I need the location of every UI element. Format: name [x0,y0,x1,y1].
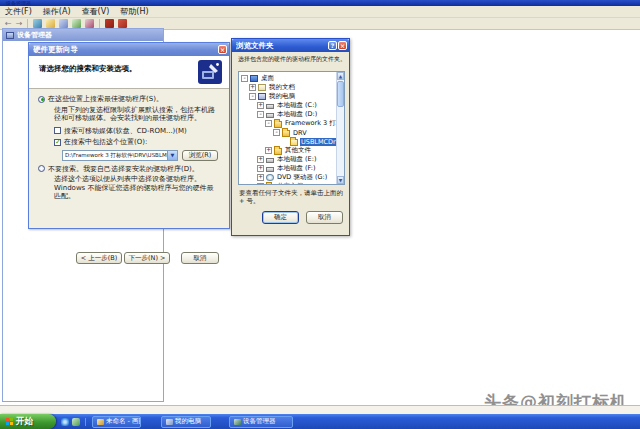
wizard-button-row: < 上一步(B) 下一步(N) > 取消 [29,252,219,264]
wizard-header-text: 请选择您的搜索和安装选项。 [39,64,137,74]
tree-item-dvd-drive[interactable]: + DVD 驱动器 (G:) [239,173,336,182]
expander-icon[interactable]: - [265,120,272,127]
expander-icon[interactable]: + [257,183,264,184]
back-button[interactable]: < 上一步(B) [76,252,122,264]
scroll-down-icon[interactable]: ▼ [337,176,344,184]
browse-button-row: 确定 取消 [262,211,343,224]
help-button[interactable]: ? [328,41,337,50]
expander-icon[interactable]: + [249,84,256,91]
menu-view[interactable]: 查看(V) [82,6,110,17]
tree-item-drive-d[interactable]: - 本地磁盘 (D:) [239,110,336,119]
radio-on-icon[interactable] [38,96,45,103]
browse-for-folder-dialog: 浏览文件夹 ? × 选择包含您的硬件的驱动程序的文件夹。 - 桌面 + 我的文档… [231,38,350,236]
menu-action[interactable]: 操作(A) [43,6,71,17]
taskbar-button-my-computer[interactable]: 我的电脑 [161,416,211,428]
folder-tree: - 桌面 + 我的文档 - 我的电脑 + 本地磁盘 (C:) [238,71,345,185]
tree-item-other-folder[interactable]: + 其他文件 [239,146,336,155]
radio-manual-label: 不要搜索。我要自己选择要安装的驱动程序(D)。 [48,165,199,174]
tree-item-drive-c[interactable]: + 本地磁盘 (C:) [239,101,336,110]
tree-scrollbar[interactable]: ▲ ▼ [336,72,344,184]
windows-flag-icon [6,418,13,425]
desktop: 设备管理器 文件(F) 操作(A) 查看(V) 帮助(H) ← → 设备管理器 … [0,0,640,429]
toolbar-separator [99,19,100,28]
tree-item-desktop[interactable]: - 桌面 [239,74,336,83]
tree-item-drv-folder[interactable]: - DRV [239,128,336,137]
checkbox-removable-label: 搜索可移动媒体(软盘、CD-ROM...)(M) [64,127,187,136]
tree-item-my-documents[interactable]: + 我的文档 [239,83,336,92]
cancel-button[interactable]: 取消 [181,252,219,264]
radio-search-locations[interactable]: 在这些位置上搜索最佳驱动程序(S)。 [38,95,220,104]
help-icon[interactable] [59,19,68,28]
cd-drive-icon [266,174,274,181]
taskbar-button-device-manager[interactable]: 设备管理器 [229,416,293,428]
expander-icon[interactable]: + [257,156,264,163]
expander-icon[interactable]: + [265,147,272,154]
checkbox-location-label: 在搜索中包括这个位置(O): [64,138,147,147]
checkbox-on-icon[interactable] [54,139,61,146]
browse-cancel-button[interactable]: 取消 [306,211,343,224]
my-computer-icon [166,419,173,425]
tree-item-drive-e[interactable]: + 本地磁盘 (E:) [239,155,336,164]
show-console-tree-icon[interactable] [33,19,42,28]
next-button[interactable]: 下一步(N) > [124,252,170,264]
browse-button[interactable]: 浏览(R) [182,150,218,161]
radio-dont-search[interactable]: 不要搜索。我要自己选择要安装的驱动程序(D)。 [38,165,220,174]
drive-icon [266,104,274,109]
scan-hardware-icon[interactable] [72,19,81,28]
update-driver-icon[interactable] [85,19,94,28]
uninstall-device-icon[interactable] [118,19,127,28]
radio-off-icon[interactable] [38,165,45,172]
taskbar-button-paint[interactable]: 未命名 - 画图 [92,416,141,428]
tree-item-label: 本地磁盘 (C:) [276,101,318,110]
internet-explorer-icon[interactable] [61,418,69,426]
back-icon[interactable]: ← [5,19,12,29]
expander-icon[interactable]: + [257,102,264,109]
toolbar-separator [27,19,28,28]
tree-item-label: 我的文档 [268,83,296,92]
browse-titlebar[interactable]: 浏览文件夹 ? × [232,39,349,52]
next-button-label: 下一步(N) > [129,254,166,263]
start-button[interactable]: 开始 [0,414,56,429]
wizard-titlebar[interactable]: 硬件更新向导 × [29,43,229,56]
tree-item-my-computer[interactable]: - 我的电脑 [239,92,336,101]
forward-icon[interactable]: → [16,19,23,29]
expander-icon[interactable]: - [257,111,264,118]
location-combo-row: D:\Framework 3 打标软件\DRV\USBLMCDriver ▼ 浏… [62,150,220,161]
expander-icon[interactable]: + [257,165,264,172]
scrollbar-track[interactable] [337,108,344,176]
drive-icon [266,113,274,118]
scroll-up-icon[interactable]: ▲ [337,72,344,80]
search-description: 使用下列的复选框限制或扩展默认搜索，包括本机路径和可移动媒体。会安装找到的最佳驱… [54,106,220,123]
wizard-body: 在这些位置上搜索最佳驱动程序(S)。 使用下列的复选框限制或扩展默认搜索，包括本… [29,89,229,201]
expander-icon[interactable]: - [241,75,248,82]
location-value: D:\Framework 3 打标软件\DRV\USBLMCDriver [63,151,167,160]
expander-icon[interactable]: - [273,129,280,136]
tree-item-shared-documents[interactable]: + 共享文档 [239,182,336,184]
chevron-down-icon[interactable]: ▼ [167,151,177,160]
expander-icon[interactable]: + [257,174,264,181]
wizard-close-icon[interactable]: × [218,45,227,54]
checkbox-include-location[interactable]: 在搜索中包括这个位置(O): [54,138,220,147]
properties-icon[interactable] [46,19,55,28]
device-manager-icon [234,419,241,425]
tree-item-label: 桌面 [260,74,275,83]
tree-item-label: 其他文件 [284,146,312,155]
show-desktop-icon[interactable] [72,418,80,426]
device-manager-titlebar[interactable]: 设备管理器 [3,29,163,41]
tree-item-label: DRV [292,129,308,137]
ok-button[interactable]: 确定 [262,211,299,224]
menu-help[interactable]: 帮助(H) [120,6,148,17]
tree-item-usblmcdriver[interactable]: USBLMCDriver [239,137,336,146]
checkbox-off-icon[interactable] [54,127,61,134]
folder-icon [274,148,282,155]
tree-item-label: 共享文档 [276,182,304,184]
checkbox-removable-media[interactable]: 搜索可移动媒体(软盘、CD-ROM...)(M) [54,127,220,136]
expander-icon[interactable]: - [249,93,256,100]
close-icon[interactable]: × [338,41,347,50]
device-manager-title: 设备管理器 [17,30,52,40]
scrollbar-thumb[interactable] [337,81,344,107]
location-combobox[interactable]: D:\Framework 3 打标软件\DRV\USBLMCDriver ▼ [62,150,178,161]
disable-device-icon[interactable] [105,19,114,28]
tree-item-drive-f[interactable]: + 本地磁盘 (F:) [239,164,336,173]
menu-file[interactable]: 文件(F) [5,6,32,17]
